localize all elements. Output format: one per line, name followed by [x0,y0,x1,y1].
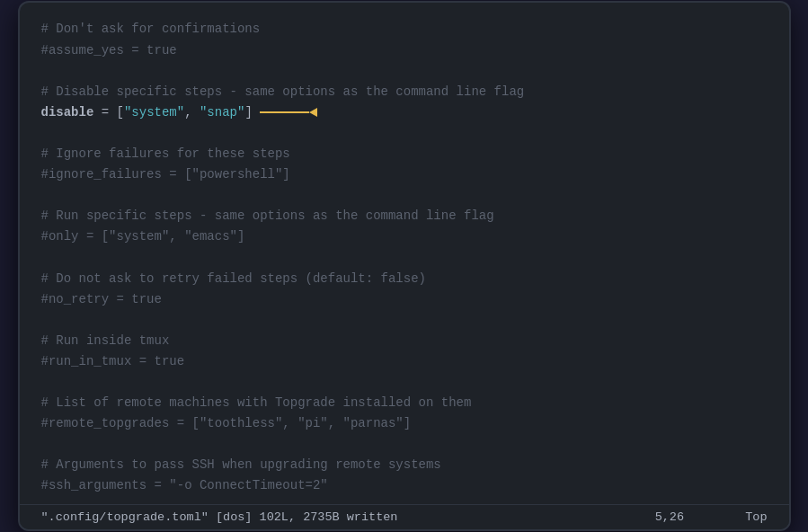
comment-text: # Arguments to pass SSH when upgrading r… [41,455,441,475]
comment-text: #run_in_tmux = true [41,351,185,372]
line-20: #remote_topgrades = ["toothless", "pi", … [41,413,768,434]
comment-text: #remote_topgrades = ["toothless", "pi", … [41,413,412,434]
line-7: # Ignore failures for these steps [41,144,768,164]
comma: , [184,102,200,123]
empty-line-3 [41,61,768,82]
comment-text: # Run inside tmux [41,331,170,351]
empty-line-15 [41,310,768,331]
string-system: "system" [124,102,184,123]
line-16: # Run inside tmux [41,331,768,351]
line-4: # Disable specific steps - same options … [41,82,768,102]
line-14: #no_retry = true [41,289,768,310]
line-22: # Arguments to pass SSH when upgrading r… [41,455,768,475]
comment-text: #ssh_arguments = "-o ConnectTimeout=2" [41,475,328,496]
empty-line-18 [41,372,768,393]
arrow-head [309,108,317,117]
status-right-group: 5,26 Top [655,510,768,524]
operator: = [ [93,102,124,123]
bracket-close: ] [244,102,252,123]
comment-text: # Disable specific steps - same options … [41,82,525,102]
comment-text: # Ignore failures for these steps [41,144,290,164]
status-position: 5,26 [655,510,684,524]
line-23: #ssh_arguments = "-o ConnectTimeout=2" [41,475,768,496]
key-disable: disable [41,102,94,123]
line-11: #only = ["system", "emacs"] [41,226,768,247]
terminal-window: # Don't ask for confirmations #assume_ye… [18,1,791,530]
terminal-content: # Don't ask for confirmations #assume_ye… [20,3,789,496]
empty-line-9 [41,185,768,206]
line-2: #assume_yes = true [41,40,768,61]
arrow-indicator [260,108,317,117]
arrow-line [260,111,309,113]
status-filename: ".config/topgrade.toml" [dos] 102L, 2735… [41,510,398,524]
comment-text: # List of remote machines with Topgrade … [41,393,472,413]
line-10: # Run specific steps - same options as t… [41,206,768,226]
comment-text: # Run specific steps - same options as t… [41,206,494,226]
comment-text: #assume_yes = true [41,40,177,61]
comment-text: #only = ["system", "emacs"] [41,226,245,247]
line-8: #ignore_failures = ["powershell"] [41,164,768,185]
empty-line-21 [41,434,768,455]
line-5-disable: disable = ["system", "snap"] [41,102,768,123]
empty-line-6 [41,123,768,144]
comment-text: # Do not ask to retry failed steps (defa… [41,269,426,289]
comment-text: #ignore_failures = ["powershell"] [41,164,290,185]
line-1: # Don't ask for confirmations [41,19,768,40]
status-scroll: Top [745,510,767,524]
comment-text: #no_retry = true [41,289,162,310]
line-17: #run_in_tmux = true [41,351,768,372]
line-19: # List of remote machines with Topgrade … [41,393,768,413]
string-snap: "snap" [200,102,244,123]
status-bar: ".config/topgrade.toml" [dos] 102L, 2735… [20,504,789,529]
empty-line-12 [41,247,768,268]
comment-text: # Don't ask for confirmations [41,19,261,40]
line-13: # Do not ask to retry failed steps (defa… [41,269,768,289]
